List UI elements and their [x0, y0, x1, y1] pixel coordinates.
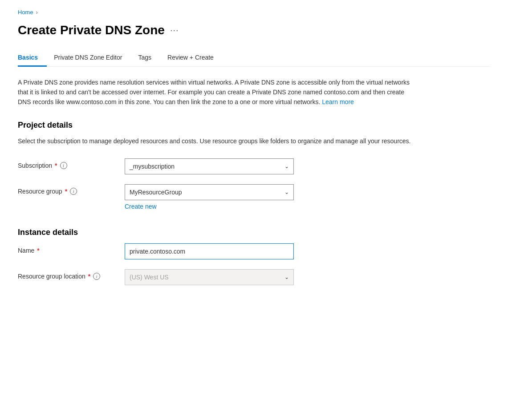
tab-tags[interactable]: Tags: [138, 50, 160, 67]
resource-group-value: MyResourceGroup: [130, 189, 182, 196]
page-menu-icon[interactable]: ···: [170, 25, 179, 35]
name-control: [125, 243, 419, 259]
page-header: Create Private DNS Zone ···: [18, 23, 490, 38]
project-details-title: Project details: [18, 121, 490, 130]
learn-more-link[interactable]: Learn more: [322, 98, 354, 105]
instance-details-section: Instance details Name * Resource group l…: [18, 228, 490, 285]
name-required: *: [37, 247, 39, 254]
subscription-value: _mysubscription: [130, 163, 175, 170]
resource-group-info-icon[interactable]: i: [70, 188, 77, 195]
rg-location-required: *: [88, 273, 90, 280]
subscription-row: Subscription * i _mysubscription ⌄: [18, 158, 419, 174]
rg-location-info-icon[interactable]: i: [93, 273, 100, 280]
breadcrumb-separator: ›: [36, 9, 38, 16]
subscription-dropdown-arrow: ⌄: [284, 163, 289, 170]
resource-group-label: Resource group * i: [18, 184, 125, 195]
subscription-info-icon[interactable]: i: [60, 162, 67, 169]
resource-group-location-label: Resource group location * i: [18, 269, 125, 280]
rg-location-value: (US) West US: [130, 274, 169, 281]
name-row: Name *: [18, 243, 419, 259]
project-details-description: Select the subscription to manage deploy…: [18, 136, 419, 146]
subscription-required: *: [55, 162, 57, 169]
resource-group-control: MyResourceGroup ⌄ Create new: [125, 184, 419, 210]
tab-review-create[interactable]: Review + Create: [167, 50, 223, 67]
name-label: Name *: [18, 243, 125, 254]
breadcrumb: Home ›: [18, 9, 490, 16]
resource-group-location-control: (US) West US ⌄: [125, 269, 419, 285]
name-input[interactable]: [125, 243, 294, 259]
resource-group-dropdown[interactable]: MyResourceGroup ⌄: [125, 184, 294, 200]
subscription-control: _mysubscription ⌄: [125, 158, 419, 174]
breadcrumb-home[interactable]: Home: [18, 9, 33, 16]
tab-basics[interactable]: Basics: [18, 50, 47, 67]
subscription-label: Subscription * i: [18, 158, 125, 169]
create-new-link[interactable]: Create new: [125, 203, 419, 210]
tabs-bar: Basics Private DNS Zone Editor Tags Revi…: [18, 50, 490, 67]
subscription-dropdown[interactable]: _mysubscription ⌄: [125, 158, 294, 174]
resource-group-location-row: Resource group location * i (US) West US…: [18, 269, 419, 285]
project-details-section: Project details Select the subscription …: [18, 121, 490, 210]
rg-location-dropdown-arrow: ⌄: [284, 274, 289, 280]
resource-group-dropdown-arrow: ⌄: [284, 189, 289, 195]
resource-group-required: *: [65, 188, 67, 195]
resource-group-location-dropdown[interactable]: (US) West US ⌄: [125, 269, 294, 285]
tab-private-dns-zone-editor[interactable]: Private DNS Zone Editor: [54, 50, 131, 67]
description-block: A Private DNS zone provides name resolut…: [18, 77, 419, 107]
resource-group-row: Resource group * i MyResourceGroup ⌄ Cre…: [18, 184, 419, 210]
instance-details-title: Instance details: [18, 228, 490, 237]
page-title: Create Private DNS Zone: [18, 23, 165, 38]
